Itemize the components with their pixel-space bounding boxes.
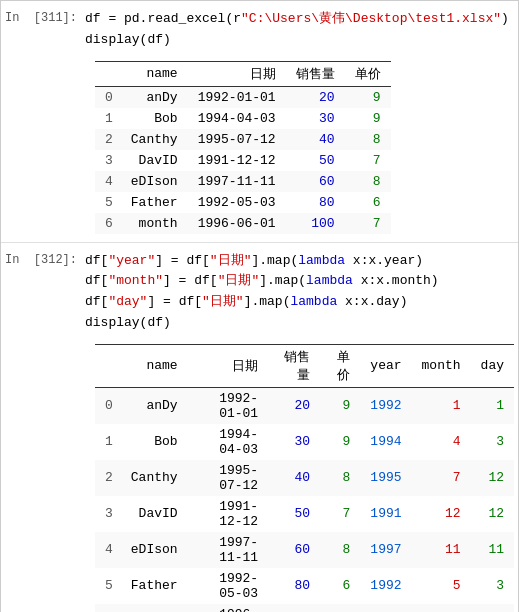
table-cell-4-2: 1997-11-11 [188, 171, 286, 192]
table-cell-1-4: 9 [320, 424, 360, 460]
code-token: df[ [85, 294, 108, 309]
table-cell-2-3: 40 [286, 129, 345, 150]
col-header-3: 销售量 [286, 61, 345, 86]
table-cell-3-6: 12 [412, 496, 471, 532]
table-cell-2-4: 8 [320, 460, 360, 496]
table-row: 4eDIson1997-11-11608 [95, 171, 391, 192]
table-row: 6month1996-06-011007199661 [95, 604, 514, 612]
table-cell-3-0: 3 [95, 496, 121, 532]
col-header-3: 销售量 [268, 344, 320, 387]
code-token: "C:\Users\黄伟\Desktop\test1.xlsx" [241, 11, 501, 26]
table-cell-4-1: eDIson [121, 171, 188, 192]
code-token: ] = df[ [155, 253, 210, 268]
col-header-6: month [412, 344, 471, 387]
table-cell-3-5: 1991 [360, 496, 411, 532]
code-token: df[ [85, 273, 108, 288]
code-token: ] = df[ [147, 294, 202, 309]
table-cell-2-0: 2 [95, 129, 121, 150]
table-row: 0anDy1992-01-01209 [95, 86, 391, 108]
table-cell-4-7: 11 [471, 532, 514, 568]
col-header-4: 单价 [345, 61, 391, 86]
table-cell-6-0: 6 [95, 213, 121, 234]
table-cell-4-4: 8 [320, 532, 360, 568]
table-cell-5-2: 1992-05-03 [188, 568, 269, 604]
table-cell-6-2: 1996-06-01 [188, 213, 286, 234]
table-cell-4-3: 60 [286, 171, 345, 192]
table-cell-5-4: 6 [345, 192, 391, 213]
table-cell-1-5: 1994 [360, 424, 411, 460]
table-cell-0-4: 9 [345, 86, 391, 108]
code-token: "日期" [202, 294, 244, 309]
code-token: display(df) [85, 32, 171, 47]
code-token: ].map( [259, 273, 306, 288]
table-cell-1-6: 4 [412, 424, 471, 460]
table-cell-0-4: 9 [320, 387, 360, 424]
code-token: ].map( [244, 294, 291, 309]
table-cell-6-7: 1 [471, 604, 514, 612]
table-cell-4-0: 4 [95, 171, 121, 192]
table-cell-1-2: 1994-04-03 [188, 108, 286, 129]
table-cell-4-5: 1997 [360, 532, 411, 568]
table-cell-2-2: 1995-07-12 [188, 460, 269, 496]
output-table-0: name日期销售量单价0anDy1992-01-012091Bob1994-04… [95, 61, 391, 234]
code-token: df = pd.read_excel(r [85, 11, 241, 26]
table-cell-4-1: eDIson [121, 532, 188, 568]
table-cell-1-1: Bob [121, 424, 188, 460]
table-wrap-0: name日期销售量单价0anDy1992-01-012091Bob1994-04… [85, 51, 514, 234]
table-cell-4-2: 1997-11-11 [188, 532, 269, 568]
table-cell-0-1: anDy [121, 387, 188, 424]
table-row: 6month1996-06-011007 [95, 213, 391, 234]
code-token: df[ [85, 253, 108, 268]
table-cell-1-3: 30 [268, 424, 320, 460]
in-keyword: In [5, 253, 34, 267]
table-wrap-1: name日期销售量单价yearmonthday0anDy1992-01-0120… [85, 334, 514, 612]
table-cell-0-2: 1992-01-01 [188, 387, 269, 424]
table-cell-5-5: 1992 [360, 568, 411, 604]
table-cell-0-6: 1 [412, 387, 471, 424]
code-line-1-1: df["month"] = df["日期"].map(lambda x:x.mo… [85, 271, 514, 292]
table-cell-6-3: 100 [268, 604, 320, 612]
table-row: 1Bob1994-04-03309 [95, 108, 391, 129]
table-cell-3-2: 1991-12-12 [188, 150, 286, 171]
code-token: ] = df[ [163, 273, 218, 288]
table-row: 1Bob1994-04-03309199443 [95, 424, 514, 460]
table-cell-6-4: 7 [345, 213, 391, 234]
col-header-7: day [471, 344, 514, 387]
table-row: 3DavID1991-12-1250719911212 [95, 496, 514, 532]
col-header-5: year [360, 344, 411, 387]
code-token: ) [501, 11, 509, 26]
table-cell-6-4: 7 [320, 604, 360, 612]
table-cell-5-3: 80 [286, 192, 345, 213]
table-cell-0-5: 1992 [360, 387, 411, 424]
table-cell-1-2: 1994-04-03 [188, 424, 269, 460]
table-cell-4-4: 8 [345, 171, 391, 192]
table-row: 2Canthy1995-07-12408 [95, 129, 391, 150]
code-token: ].map( [251, 253, 298, 268]
table-cell-5-2: 1992-05-03 [188, 192, 286, 213]
code-token: "year" [108, 253, 155, 268]
table-cell-2-3: 40 [268, 460, 320, 496]
col-header-1: name [121, 61, 188, 86]
code-token: "日期" [210, 253, 252, 268]
table-cell-5-3: 80 [268, 568, 320, 604]
table-cell-4-3: 60 [268, 532, 320, 568]
table-row: 5Father1992-05-03806 [95, 192, 391, 213]
code-line-1-0: df["year"] = df["日期"].map(lambda x:x.yea… [85, 251, 514, 272]
table-cell-3-3: 50 [268, 496, 320, 532]
col-header-1: name [121, 344, 188, 387]
code-token: lambda [298, 253, 345, 268]
code-token: display(df) [85, 315, 171, 330]
table-cell-2-0: 2 [95, 460, 121, 496]
table-cell-6-6: 6 [412, 604, 471, 612]
code-token: lambda [306, 273, 353, 288]
table-cell-5-4: 6 [320, 568, 360, 604]
table-row: 3DavID1991-12-12507 [95, 150, 391, 171]
table-cell-3-1: DavID [121, 496, 188, 532]
table-cell-3-0: 3 [95, 150, 121, 171]
table-cell-3-4: 7 [320, 496, 360, 532]
code-token: x:x.day) [337, 294, 407, 309]
table-cell-6-1: month [121, 213, 188, 234]
cell-number: [312]: [34, 253, 77, 267]
table-cell-0-2: 1992-01-01 [188, 86, 286, 108]
code-token: x:x.month) [353, 273, 439, 288]
